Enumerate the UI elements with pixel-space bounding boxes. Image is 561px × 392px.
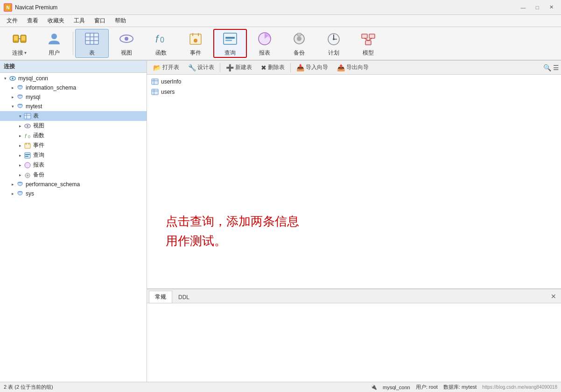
minimize-button[interactable]: — [517,3,529,12]
tree-expand-icon[interactable]: ▸ [17,173,23,177]
app-logo: N [4,3,12,12]
sidebar-item-mytest_backup[interactable]: ▸备份 [0,170,147,180]
obj-btn-icon-import: 📥 [296,64,304,71]
menu-item-帮助[interactable]: 帮助 [110,16,131,26]
toolbar-label-user: 用户 [49,49,60,57]
toolbar-btn-schedule[interactable]: 计划 [317,29,351,58]
obj-icon-userInfo [151,78,159,85]
tree-item-label: mysql_conn [18,75,48,82]
tree-icon-database [16,190,24,197]
tree-expand-icon[interactable]: ▾ [2,76,8,81]
obj-item-label: userInfo [161,78,181,85]
tree-icon-event-group [23,142,32,149]
svg-point-56 [25,162,30,168]
sidebar-item-mytest_query[interactable]: ▸查询 [0,150,147,160]
toolbar-arrow-connect: ▼ [24,51,28,55]
sidebar-item-sys[interactable]: ▸sys [0,189,147,198]
statusbar-user: 用户: root [416,384,438,391]
maximize-button[interactable]: □ [531,3,543,12]
tree-expand-icon[interactable]: ▸ [9,95,16,99]
obj-btn-new[interactable]: ➕新建表 [222,62,256,73]
toolbar-label-model: 模型 [363,49,374,57]
toolbar-btn-query[interactable]: 查询 [213,29,247,58]
tree-icon-connection [8,75,17,82]
tree-expand-icon[interactable]: ▸ [9,85,16,90]
tree-icon-report-group [23,161,32,169]
sidebar-item-information_schema[interactable]: ▸information_schema [0,83,147,92]
tree-expand-icon[interactable]: ▸ [17,163,23,168]
statusbar: 2 表 (2 位于当前的组) 🔌 mysql_conn 用户: root 数据库… [0,382,561,392]
sidebar-item-mysql[interactable]: ▸mysql [0,92,147,102]
toolbar-btn-report[interactable]: 报表 [248,29,281,58]
obj-btn-delete[interactable]: ✖删除表 [257,62,289,73]
obj-btn-import[interactable]: 📥导入向导 [292,62,332,73]
toolbar-btn-view[interactable]: 视图 [110,29,143,58]
toolbar-btn-connect[interactable]: 连接▼ [3,29,36,58]
obj-btn-label-new: 新建表 [235,63,252,71]
tree-expand-icon[interactable]: ▾ [9,104,16,109]
sidebar-item-mytest_table[interactable]: ▾表 [0,111,147,121]
svg-rect-35 [369,34,375,38]
svg-text:0: 0 [28,134,30,139]
sidebar-item-performance_schema[interactable]: ▸performance_schema [0,180,147,189]
tree-expand-icon[interactable]: ▸ [9,182,16,187]
tree-item-label: sys [26,190,34,197]
tree-item-label: 函数 [33,132,44,140]
tree-item-label: 备份 [33,171,44,179]
obj-icon-users [151,88,159,96]
obj-btn-open[interactable]: 📂打开表 [149,62,183,73]
bottom-tabs: 常规DDL✕ [147,289,561,303]
window-controls: — □ ✕ [517,3,557,12]
bottom-tab-normal[interactable]: 常规 [149,291,172,303]
tree-expand-icon[interactable]: ▸ [17,153,23,158]
menu-item-工具[interactable]: 工具 [69,16,90,26]
obj-item-users[interactable]: users [147,87,561,97]
statusbar-left: 2 表 (2 位于当前的组) [4,384,53,391]
bottom-panel: 常规DDL✕ [147,288,561,382]
toolbar-btn-event[interactable]: 事件 [179,29,212,58]
sidebar-item-mytest[interactable]: ▾mytest [0,102,147,111]
tree-expand-icon[interactable]: ▸ [17,133,23,138]
obj-btn-icon-export: 📤 [337,64,345,71]
obj-btn-export[interactable]: 📤导出向导 [333,62,373,73]
bottom-panel-close[interactable]: ✕ [548,293,559,300]
menu-item-收藏夹[interactable]: 收藏夹 [43,16,69,26]
svg-rect-43 [24,113,31,119]
obj-btn-design[interactable]: 🔧设计表 [184,62,218,73]
svg-rect-3 [14,36,18,41]
toolbar-label-schedule: 计划 [328,49,339,57]
tree-icon-view-group [23,122,32,130]
sidebar-item-mytest_func[interactable]: ▸f0函数 [0,131,147,140]
tree-expand-icon[interactable]: ▸ [9,191,16,196]
close-button[interactable]: ✕ [545,3,557,12]
obj-btn-label-design: 设计表 [197,63,214,71]
tree-expand-icon[interactable]: ▸ [17,124,23,128]
toolbar-btn-backup[interactable]: 备份 [282,29,316,58]
svg-rect-29 [297,33,301,36]
toolbar-btn-function[interactable]: f 0 函数 [144,29,178,58]
bottom-content [147,303,561,382]
search-icon[interactable]: 🔍 [543,64,551,71]
tree-item-label: 报表 [33,161,44,169]
toolbar-btn-user[interactable]: 用户 [37,29,71,58]
svg-rect-55 [25,156,28,157]
sidebar-item-mytest_view[interactable]: ▸视图 [0,121,147,131]
menu-item-文件[interactable]: 文件 [2,16,22,26]
toolbar-btn-table[interactable]: 表 [75,29,109,58]
toolbar-label-connect: 连接 [12,49,23,57]
svg-point-7 [51,34,57,39]
obj-btn-icon-design: 🔧 [188,64,196,71]
bottom-tab-ddl[interactable]: DDL [172,292,196,302]
filter-icon[interactable]: ☰ [553,64,559,71]
sidebar-item-mytest_event[interactable]: ▸事件 [0,140,147,150]
obj-item-userInfo[interactable]: userInfo [147,77,561,87]
tree-expand-icon[interactable]: ▸ [17,143,23,148]
toolbar-label-query: 查询 [224,49,236,57]
sidebar-item-mytest_report[interactable]: ▸报表 [0,160,147,170]
menu-item-窗口[interactable]: 窗口 [90,16,110,26]
toolbar-btn-model[interactable]: 模型 [351,29,385,58]
sidebar-header: 连接 [0,61,147,73]
tree-expand-icon[interactable]: ▾ [17,114,23,119]
menu-item-查看[interactable]: 查看 [22,16,43,26]
sidebar-item-mysql_conn[interactable]: ▾mysql_conn [0,74,147,83]
